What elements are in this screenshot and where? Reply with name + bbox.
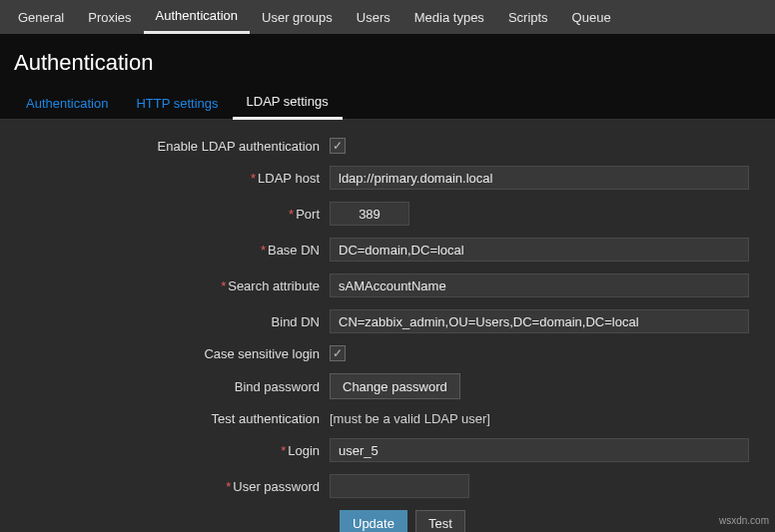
label-bind-dn: Bind DN: [10, 314, 330, 329]
input-search-attr[interactable]: [330, 273, 749, 297]
top-nav: General Proxies Authentication User grou…: [0, 0, 775, 34]
ldap-form: Enable LDAP authentication *LDAP host *P…: [0, 120, 775, 532]
nav-proxies[interactable]: Proxies: [76, 0, 143, 34]
nav-scripts[interactable]: Scripts: [496, 0, 560, 34]
tab-authentication[interactable]: Authentication: [12, 90, 122, 119]
checkbox-enable-ldap[interactable]: [330, 138, 346, 154]
nav-media-types[interactable]: Media types: [402, 0, 496, 34]
label-enable-ldap: Enable LDAP authentication: [10, 139, 330, 154]
input-bind-dn[interactable]: [330, 309, 749, 333]
label-user-password: *User password: [10, 479, 330, 494]
label-port: *Port: [10, 207, 330, 222]
nav-user-groups[interactable]: User groups: [250, 0, 345, 34]
tab-ldap-settings[interactable]: LDAP settings: [233, 88, 343, 120]
label-case-sensitive: Case sensitive login: [10, 346, 330, 361]
input-base-dn[interactable]: [330, 238, 749, 262]
label-bind-password: Bind password: [10, 379, 330, 394]
checkbox-case-sensitive[interactable]: [330, 345, 346, 361]
tab-http-settings[interactable]: HTTP settings: [122, 90, 232, 119]
nav-users[interactable]: Users: [345, 0, 402, 34]
input-user-password[interactable]: [330, 474, 469, 498]
page-title: Authentication: [0, 34, 775, 90]
watermark: wsxdn.com: [719, 515, 769, 526]
label-test-auth: Test authentication: [10, 411, 330, 426]
label-base-dn: *Base DN: [10, 243, 330, 258]
subtabs: Authentication HTTP settings LDAP settin…: [0, 90, 775, 120]
nav-authentication[interactable]: Authentication: [144, 0, 250, 34]
input-port[interactable]: [330, 202, 409, 226]
label-search-attr: *Search attribute: [10, 278, 330, 293]
nav-general[interactable]: General: [6, 0, 76, 34]
test-button[interactable]: Test: [415, 510, 465, 532]
label-login: *Login: [10, 443, 330, 458]
test-auth-note: [must be a valid LDAP user]: [330, 411, 490, 426]
update-button[interactable]: Update: [340, 510, 407, 532]
label-ldap-host: *LDAP host: [10, 171, 330, 186]
change-password-button[interactable]: Change password: [330, 373, 460, 399]
input-ldap-host[interactable]: [330, 166, 749, 190]
input-login[interactable]: [330, 438, 749, 462]
nav-queue[interactable]: Queue: [560, 0, 623, 34]
